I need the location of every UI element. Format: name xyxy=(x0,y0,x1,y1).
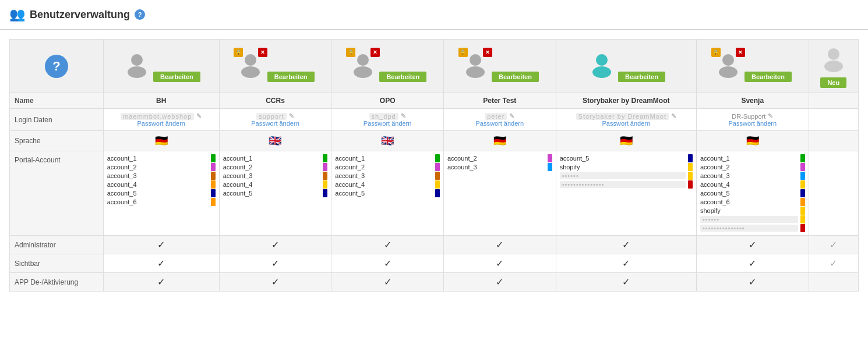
svg-point-4 xyxy=(357,54,369,66)
app-2: ✓ xyxy=(219,273,331,292)
color-bar xyxy=(323,189,327,197)
pencil-icon-4[interactable]: ✎ xyxy=(509,112,514,120)
flag-icon-1: 🇩🇪 xyxy=(155,135,168,147)
accounts-cell-4: account_2 account_3 xyxy=(443,151,556,236)
color-bar xyxy=(323,180,327,189)
change-pw-2[interactable]: Passwort ändern xyxy=(224,120,327,127)
visible-5: ✓ xyxy=(556,254,696,273)
edit-button-1[interactable]: Bearbeiten xyxy=(153,72,200,82)
account-name: account_1 xyxy=(107,155,209,162)
account-name: account_3 xyxy=(335,172,433,179)
admin-3: ✓ xyxy=(331,236,444,254)
label-administrator: Administrator xyxy=(10,236,104,254)
account-row: account_3 xyxy=(107,172,216,180)
users-icon: 👥 xyxy=(9,7,25,22)
account-row: account_5 xyxy=(560,154,693,162)
checkmark-icon-3: ✓ xyxy=(384,240,391,250)
user-management-table: ? Bearbeiten 🔒 xyxy=(9,39,859,292)
new-button[interactable]: Neu xyxy=(820,77,846,88)
visible-1: ✓ xyxy=(103,254,219,273)
change-pw-5[interactable]: Passwort ändern xyxy=(561,120,691,127)
svg-point-7 xyxy=(466,66,485,78)
login-user-4: peter xyxy=(485,113,507,120)
empty-header: ? xyxy=(10,40,104,93)
account-name: account_4 xyxy=(700,181,798,188)
pencil-icon-1[interactable]: ✎ xyxy=(196,112,202,120)
svg-point-3 xyxy=(241,66,260,78)
color-bar xyxy=(548,154,552,162)
lang-new xyxy=(809,131,858,151)
edit-button-4[interactable]: Bearbeiten xyxy=(492,72,539,82)
admin-2: ✓ xyxy=(219,236,331,254)
change-pw-6[interactable]: Passwort ändern xyxy=(701,120,804,127)
account-row: account_4 xyxy=(700,180,805,189)
edit-button-6[interactable]: Bearbeiten xyxy=(744,72,792,82)
lang-1: 🇩🇪 xyxy=(103,131,219,151)
app-5: ✓ xyxy=(556,273,696,292)
color-bar xyxy=(548,163,552,171)
account-row: shopify xyxy=(700,207,805,215)
checkmark-visible-new: ✓ xyxy=(830,258,837,268)
user-header-6: 🔒 ✕ Bearbeiten xyxy=(696,40,809,93)
admin-4: ✓ xyxy=(443,236,556,254)
account-row: account_6 xyxy=(700,198,805,206)
admin-5: ✓ xyxy=(556,236,696,254)
app-1: ✓ xyxy=(103,273,219,292)
pencil-icon-6[interactable]: ✎ xyxy=(768,112,773,120)
account-row: account_3 xyxy=(447,163,552,171)
account-row: account_6 xyxy=(107,198,216,206)
checkmark-app-6: ✓ xyxy=(749,277,756,287)
label-portal-account: Portal-Account xyxy=(10,151,104,236)
checkmark-app-5: ✓ xyxy=(622,277,630,287)
user-header-4: 🔒 ✕ Bearbeiten xyxy=(443,40,556,93)
change-pw-1[interactable]: Passwort ändern xyxy=(108,120,214,127)
login-user-5: Storybaker by DreamMoot xyxy=(576,113,669,120)
label-name: Name xyxy=(10,93,104,109)
account-row: account_1 xyxy=(223,154,328,162)
color-bar xyxy=(435,180,440,189)
account-row: account_2 xyxy=(335,163,440,171)
login-cell-6: DR-Support ✎ Passwort ändern xyxy=(696,109,809,131)
color-bar xyxy=(323,172,327,180)
login-user-2: support xyxy=(256,113,287,120)
account-name: account_6 xyxy=(107,198,209,205)
avatar-container-3: 🔒 ✕ xyxy=(348,50,377,81)
help-icon[interactable]: ? xyxy=(135,9,145,20)
account-name: shopify xyxy=(560,164,686,171)
header: 👥 Benutzerverwaltung ? xyxy=(0,0,868,30)
svg-point-5 xyxy=(354,66,372,78)
account-row: •••••• xyxy=(560,172,693,180)
pencil-icon-2[interactable]: ✎ xyxy=(289,112,294,120)
svg-point-1 xyxy=(128,66,146,78)
account-row: account_5 xyxy=(700,189,805,197)
account-row: account_1 xyxy=(700,154,805,162)
checkmark-app-3: ✓ xyxy=(384,277,391,287)
pencil-icon-3[interactable]: ✎ xyxy=(401,112,406,120)
checkmark-visible-2: ✓ xyxy=(271,258,279,268)
lang-6: 🇩🇪 xyxy=(696,131,809,151)
account-name: account_3 xyxy=(107,172,209,179)
pencil-icon-5[interactable]: ✎ xyxy=(671,112,676,120)
color-bar xyxy=(211,198,216,206)
account-row: account_1 xyxy=(335,154,440,162)
name-row: Name BH CCRs OPO Peter Test Storybaker b… xyxy=(10,93,859,109)
avatar-container-2: 🔒 ✕ xyxy=(236,50,265,81)
delete-badge-3: ✕ xyxy=(371,48,380,57)
account-name: account_5 xyxy=(335,190,433,197)
avatar-container-5 xyxy=(587,50,616,81)
account-name: account_3 xyxy=(700,172,798,179)
label-login: Login Daten xyxy=(10,109,104,131)
account-row: shopify xyxy=(560,163,693,171)
account-row: ••••••••••••••• xyxy=(560,180,693,189)
color-bar xyxy=(211,154,216,162)
change-pw-4[interactable]: Passwort ändern xyxy=(449,120,551,127)
name-3: OPO xyxy=(331,93,444,109)
change-pw-3[interactable]: Passwort ändern xyxy=(336,120,439,127)
edit-button-5[interactable]: Bearbeiten xyxy=(618,72,665,82)
flag-icon-5: 🇩🇪 xyxy=(620,135,633,147)
edit-button-3[interactable]: Bearbeiten xyxy=(379,72,426,82)
login-cell-5: Storybaker by DreamMoot ✎ Passwort änder… xyxy=(556,109,696,131)
checkmark-light-icon-new: ✓ xyxy=(830,240,837,250)
accounts-cell-new xyxy=(809,151,858,236)
edit-button-2[interactable]: Bearbeiten xyxy=(267,72,315,82)
